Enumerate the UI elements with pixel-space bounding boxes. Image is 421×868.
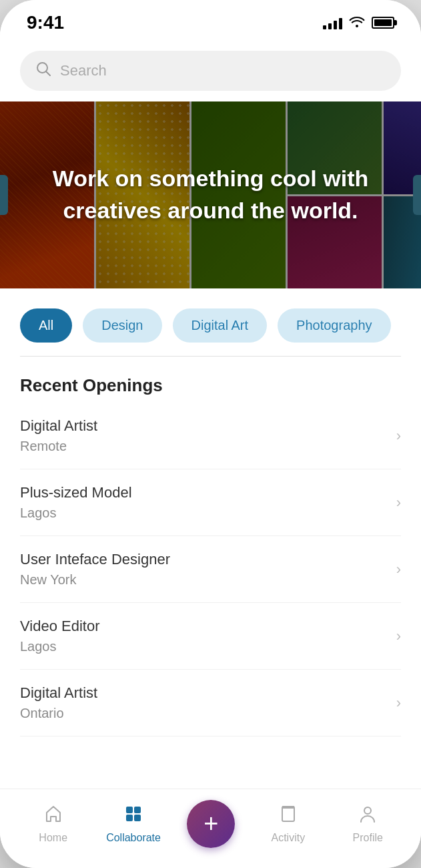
job-title-5: Digital Artist — [20, 684, 396, 702]
svg-line-1 — [47, 72, 51, 76]
job-title-3: User Inteface Designer — [20, 551, 396, 568]
bottom-nav: Home Collaborate + — [0, 789, 421, 868]
nav-label-collaborate: Collaborate — [106, 832, 161, 844]
activity-icon — [279, 805, 298, 828]
signal-icon — [323, 16, 342, 29]
job-list: Digital Artist Remote › Plus-sized Model… — [0, 403, 421, 736]
job-info-3: User Inteface Designer New York — [20, 551, 396, 588]
svg-rect-3 — [134, 807, 141, 813]
svg-rect-6 — [282, 807, 294, 821]
search-placeholder: Search — [60, 62, 107, 79]
nav-item-activity[interactable]: Activity — [262, 805, 315, 844]
job-title-4: Video Editor — [20, 618, 396, 635]
chevron-icon-3: › — [396, 561, 401, 578]
hero-text: Work on something cool with creatives ar… — [0, 163, 421, 226]
job-item[interactable]: Video Editor Lagos › — [20, 603, 401, 670]
home-icon — [44, 805, 63, 828]
job-item[interactable]: Plus-sized Model Lagos › — [20, 469, 401, 536]
status-bar: 9:41 — [0, 0, 421, 40]
nav-label-home: Home — [39, 832, 67, 844]
status-icons — [323, 15, 394, 31]
plus-icon: + — [203, 811, 218, 836]
nav-label-activity: Activity — [271, 832, 305, 844]
battery-icon — [372, 17, 394, 29]
filter-pill-design[interactable]: Design — [83, 308, 161, 343]
svg-rect-7 — [282, 806, 294, 809]
svg-point-8 — [364, 807, 371, 814]
job-title-1: Digital Artist — [20, 417, 396, 435]
profile-icon — [358, 805, 377, 828]
search-icon — [36, 61, 51, 80]
job-location-3: New York — [20, 572, 396, 588]
wifi-icon — [349, 15, 365, 31]
nav-add-button[interactable]: + — [187, 800, 235, 848]
job-info-5: Digital Artist Ontario — [20, 684, 396, 721]
nav-item-collaborate[interactable]: Collaborate — [106, 805, 161, 844]
job-location-4: Lagos — [20, 639, 396, 654]
svg-point-0 — [37, 63, 47, 73]
job-item[interactable]: Digital Artist Ontario › — [20, 670, 401, 736]
hero-overlay: Work on something cool with creatives ar… — [0, 101, 421, 288]
job-location-1: Remote — [20, 439, 396, 454]
chevron-icon-1: › — [396, 427, 401, 445]
search-container: Search — [0, 40, 421, 101]
job-item[interactable]: Digital Artist Remote › — [20, 403, 401, 469]
hero-banner: Work on something cool with creatives ar… — [0, 101, 421, 288]
chevron-icon-2: › — [396, 494, 401, 511]
svg-rect-2 — [126, 807, 133, 813]
chevron-icon-5: › — [396, 694, 401, 712]
recent-openings-title: Recent Openings — [0, 357, 421, 403]
phone-shell: 9:41 — [0, 0, 421, 868]
job-info-1: Digital Artist Remote — [20, 417, 396, 454]
filter-pill-photography[interactable]: Photography — [278, 308, 390, 343]
filter-pill-all[interactable]: All — [20, 308, 72, 343]
nav-label-profile: Profile — [353, 832, 383, 844]
job-info-4: Video Editor Lagos — [20, 618, 396, 654]
job-info-2: Plus-sized Model Lagos — [20, 484, 396, 521]
job-location-5: Ontario — [20, 706, 396, 721]
filter-pills: All Design Digital Art Photography — [0, 302, 421, 356]
job-item[interactable]: User Inteface Designer New York › — [20, 536, 401, 603]
job-title-2: Plus-sized Model — [20, 484, 396, 501]
filter-pill-digital-art[interactable]: Digital Art — [173, 308, 268, 343]
job-location-2: Lagos — [20, 505, 396, 521]
svg-rect-4 — [126, 815, 133, 821]
nav-item-profile[interactable]: Profile — [341, 805, 394, 844]
search-bar[interactable]: Search — [20, 51, 401, 91]
nav-item-home[interactable]: Home — [27, 805, 80, 844]
grid-icon — [124, 805, 143, 828]
main-content: Search Work on something cool with creat… — [0, 40, 421, 789]
chevron-icon-4: › — [396, 628, 401, 645]
status-time: 9:41 — [27, 12, 64, 33]
recent-openings-section: Recent Openings Digital Artist Remote › … — [0, 357, 421, 736]
svg-rect-5 — [134, 815, 141, 821]
